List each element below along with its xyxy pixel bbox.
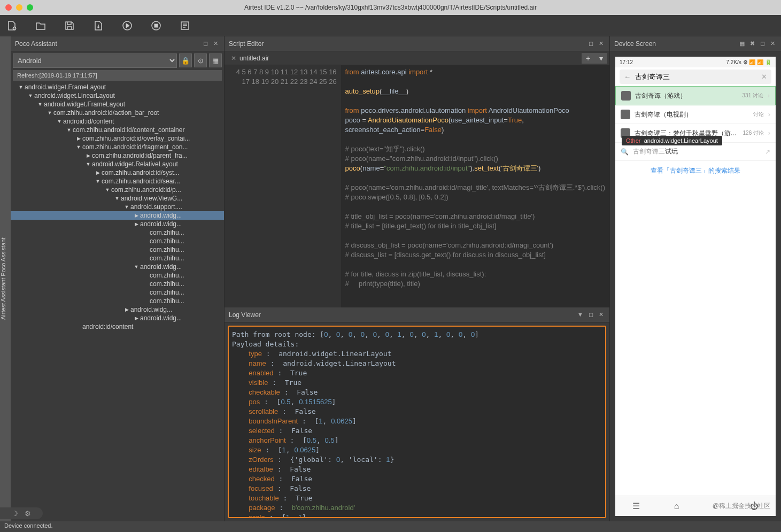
tree-node[interactable]: ▼android.support.... [11, 203, 224, 211]
tools-icon[interactable]: ✖ [748, 40, 756, 47]
tree-node[interactable]: ▶android.widg... [11, 211, 224, 220]
tree-node[interactable]: ▼android.widget.FrameLayout [11, 83, 224, 91]
device-detach-icon[interactable]: ◻ [759, 40, 767, 47]
filter-icon[interactable]: ▼ [576, 311, 585, 318]
window-controls [5, 4, 33, 11]
tree-node[interactable]: com.zhihu... [11, 237, 224, 245]
code-editor[interactable]: 4 5 6 7 8 9 10 11 12 13 14 15 16 17 18 1… [225, 65, 609, 307]
status-bar: Device connected. [0, 521, 781, 532]
window-title: Airtest IDE v1.2.0 ~~ /var/folders/ky/31… [0, 4, 781, 11]
tree-node[interactable]: com.zhihu... [11, 288, 224, 297]
device-close-icon[interactable]: ✕ [769, 40, 777, 47]
report-button[interactable] [179, 19, 191, 32]
poco-title: Poco Assistant [15, 40, 57, 48]
tree-node[interactable]: ▼android.widg... [11, 263, 224, 271]
lock-button[interactable]: 🔒 [179, 53, 192, 67]
record-button[interactable]: ⊙ [194, 53, 207, 67]
tree-node[interactable]: ▼com.zhihu.android:id/action_bar_root [11, 109, 224, 117]
export-button[interactable] [92, 19, 105, 32]
poco-panel: Poco Assistant ◻ ✕ Android 🔒 ⊙ ▦ Refresh… [11, 36, 225, 521]
home-icon[interactable]: ⌂ [674, 502, 679, 511]
side-tab[interactable]: Airtest Assistant Poco Assistant [0, 36, 11, 521]
close-tab-icon[interactable]: ✕ [231, 55, 236, 62]
tree-node[interactable]: ▼com.zhihu.android:id/content_container [11, 126, 224, 134]
tree-node[interactable]: ▶com.zhihu.android:id/parent_fra... [11, 151, 224, 160]
tree-node[interactable]: com.zhihu... [11, 297, 224, 305]
tree-node[interactable]: ▶android.widg... [11, 305, 224, 314]
open-folder-button[interactable] [34, 19, 47, 32]
back-icon[interactable]: ← [624, 73, 631, 81]
tree-node[interactable]: ▼android.widget.RelativeLayout [11, 160, 224, 168]
search-bar[interactable]: ← ✕ [620, 70, 771, 84]
inspect-button[interactable]: ▦ [209, 53, 222, 67]
platform-select[interactable]: Android [13, 53, 177, 68]
main-toolbar [0, 15, 781, 36]
menu-icon[interactable]: ☰ [632, 501, 640, 511]
tab-menu-button[interactable]: ▾ [594, 53, 607, 64]
tree-node[interactable]: ▼android:id/content [11, 117, 224, 126]
clear-icon[interactable]: ✕ [761, 73, 767, 81]
tree-node[interactable]: android:id/content [11, 322, 224, 331]
detach-icon[interactable]: ◻ [202, 40, 210, 47]
save-button[interactable] [63, 19, 76, 32]
tree-node[interactable]: ▼android.widget.LinearLayout [11, 91, 224, 100]
grid-icon[interactable]: ▦ [738, 40, 746, 47]
run-button[interactable] [121, 19, 134, 32]
tree-node[interactable]: com.zhihu... [11, 254, 224, 263]
tree-node[interactable]: ▼com.zhihu.android:id/sear... [11, 177, 224, 186]
tree-node[interactable]: ▼android.widget.FrameLayout [11, 100, 224, 109]
maximize-icon[interactable] [27, 4, 33, 11]
device-panel: Device Screen ▦✖◻✕ 17:127.2K/s ⚙ 📶 📶 🔋 ←… [610, 36, 781, 521]
tree-node[interactable]: ▶android.widg... [11, 314, 224, 322]
search-link[interactable]: 查看「古剑奇谭三」的搜索结果 [615, 161, 776, 181]
tree-node[interactable]: com.zhihu... [11, 228, 224, 237]
watermark: @稀土掘金技术社区 [713, 502, 770, 511]
search-suggestion[interactable]: 🔍古剑奇谭三古剑奇谭三试玩试玩↗ [615, 143, 776, 161]
log-close-icon[interactable]: ✕ [597, 311, 605, 318]
tree-node[interactable]: ▶com.zhihu.android:id/overlay_contai... [11, 134, 224, 143]
tree-node[interactable]: ▼com.zhihu.android:id/fragment_con... [11, 143, 224, 151]
tree-node[interactable]: ▶android.widg... [11, 220, 224, 228]
close-icon[interactable] [5, 4, 12, 11]
close-panel-icon[interactable]: ✕ [212, 40, 220, 47]
new-file-button[interactable] [5, 19, 18, 32]
search-input[interactable] [635, 73, 757, 81]
log-detach-icon[interactable]: ◻ [587, 311, 595, 318]
svg-rect-3 [154, 24, 158, 27]
device-title: Device Screen [614, 40, 656, 48]
tree-node[interactable]: ▼com.zhihu.android:id/p... [11, 186, 224, 194]
titlebar: Airtest IDE v1.2.0 ~~ /var/folders/ky/31… [0, 0, 781, 15]
file-tab[interactable]: ✕untitled.air [227, 55, 273, 62]
inspect-tag: Other android.widget.LinearLayout [622, 136, 722, 145]
refresh-timestamp[interactable]: Refresh:[2019-01-19 17:11:57] [13, 70, 222, 81]
editor-title: Script Editor [229, 40, 264, 48]
log-output[interactable]: Path from root node: [0, 0, 0, 0, 0, 0, … [228, 326, 606, 518]
minimize-icon[interactable] [16, 4, 22, 11]
tree-node[interactable]: com.zhihu... [11, 280, 224, 288]
stop-button[interactable] [150, 19, 163, 32]
bottom-toolbar: ☽ ⚙ [0, 507, 43, 519]
editor-detach-icon[interactable]: ◻ [587, 40, 595, 47]
settings-icon[interactable]: ⚙ [25, 510, 31, 518]
device-screen[interactable]: 17:127.2K/s ⚙ 📶 📶 🔋 ← ✕ 古剑奇谭（游戏）331 讨论›古… [615, 57, 776, 516]
tree-node[interactable]: ▼android.view.ViewG... [11, 194, 224, 203]
list-item[interactable]: 古剑奇谭（电视剧）讨论› [615, 105, 776, 124]
add-tab-button[interactable]: + [582, 53, 594, 64]
list-item[interactable]: 古剑奇谭（游戏）331 讨论› [615, 86, 776, 105]
ui-tree[interactable]: ▼android.widget.FrameLayout▼android.widg… [11, 81, 224, 521]
theme-icon[interactable]: ☽ [12, 510, 18, 518]
log-title: Log Viewer [229, 311, 261, 319]
tree-node[interactable]: com.zhihu... [11, 245, 224, 254]
tree-node[interactable]: ▶com.zhihu.android:id/syst... [11, 168, 224, 177]
tree-node[interactable]: com.zhihu... [11, 271, 224, 280]
editor-close-icon[interactable]: ✕ [597, 40, 605, 47]
